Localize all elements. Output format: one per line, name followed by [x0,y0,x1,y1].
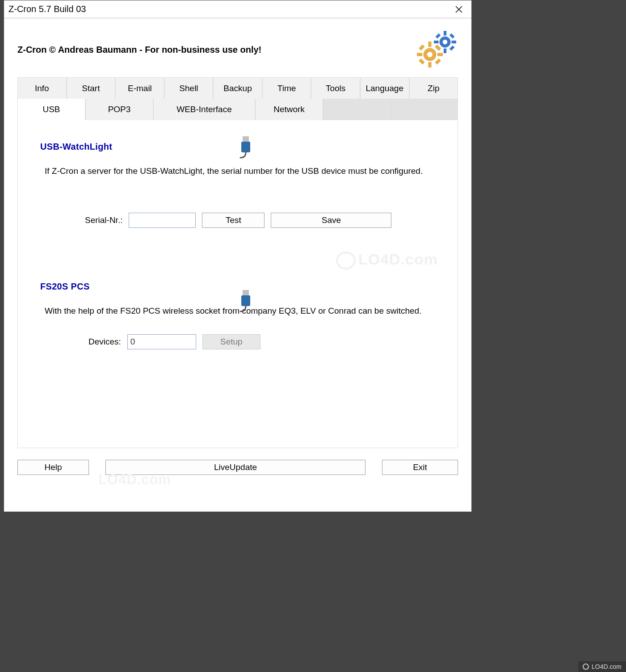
tab-zip[interactable]: Zip [409,77,458,99]
tab-row-1: Info Start E-mail Shell Backup Time Tool… [17,77,458,99]
tab-language[interactable]: Language [360,77,409,99]
svg-rect-18 [419,59,425,65]
svg-rect-19 [435,59,441,65]
main-window: Z-Cron 5.7 Build 03 Z-Cron © Andreas Bau… [4,0,472,512]
setup-button[interactable]: Setup [202,334,260,349]
tab-pop3[interactable]: POP3 [85,99,153,120]
site-badge: LO4D.com [578,661,626,672]
liveupdate-button[interactable]: LiveUpdate [105,460,366,475]
exit-button[interactable]: Exit [382,460,458,475]
usb-icon [237,136,255,162]
devices-input[interactable] [127,334,196,349]
tab-empty-2 [391,99,458,120]
tab-row-2: USB POP3 WEB-Interface Network [17,99,458,120]
tab-network[interactable]: Network [255,99,323,120]
usb-icon [237,290,255,315]
svg-rect-17 [435,44,441,50]
tab-backup[interactable]: Backup [213,77,262,99]
copyright-text: Z-Cron © Andreas Baumann - For non-busin… [17,45,261,55]
test-button[interactable]: Test [202,213,265,228]
tab-info[interactable]: Info [17,77,67,99]
window-title: Z-Cron 5.7 Build 03 [8,4,86,14]
save-button[interactable]: Save [271,213,391,228]
svg-rect-22 [243,290,249,295]
tab-start[interactable]: Start [67,77,116,99]
section-desc-watchlight: If Z-Cron a server for the USB-WatchLigh… [45,165,435,177]
devices-label: Devices: [88,337,121,347]
svg-rect-5 [452,41,456,43]
tab-usb[interactable]: USB [17,99,85,120]
badge-icon [583,664,589,670]
svg-rect-23 [241,295,250,306]
tab-email[interactable]: E-mail [115,77,164,99]
tab-time[interactable]: Time [262,77,311,99]
svg-rect-20 [243,136,249,142]
svg-rect-21 [241,142,250,152]
serial-input[interactable] [129,213,196,228]
tab-empty-1 [323,99,391,120]
svg-point-11 [427,52,433,57]
svg-rect-7 [450,34,455,39]
svg-rect-15 [437,53,443,56]
svg-rect-12 [428,42,431,47]
svg-rect-14 [417,53,422,56]
svg-rect-16 [419,44,425,50]
titlebar: Z-Cron 5.7 Build 03 [4,0,471,18]
gears-icon [415,31,458,68]
svg-rect-2 [444,31,446,35]
serial-label: Serial-Nr.: [85,215,122,225]
svg-rect-6 [435,34,441,39]
tab-panel-usb: LO4D.com LO4D.com USB-WatchLight If Z-Cr… [17,120,458,448]
tab-tools[interactable]: Tools [311,77,360,99]
tab-web[interactable]: WEB-Interface [153,99,255,120]
badge-text: LO4D.com [592,663,622,670]
svg-point-1 [443,40,447,44]
watermark-text: LO4D.com [358,251,438,268]
close-icon[interactable] [452,2,466,17]
svg-rect-3 [444,49,446,53]
tab-shell[interactable]: Shell [164,77,214,99]
svg-rect-9 [450,46,455,51]
svg-rect-13 [428,62,431,67]
watermark-icon [336,252,356,269]
help-button[interactable]: Help [17,460,89,475]
